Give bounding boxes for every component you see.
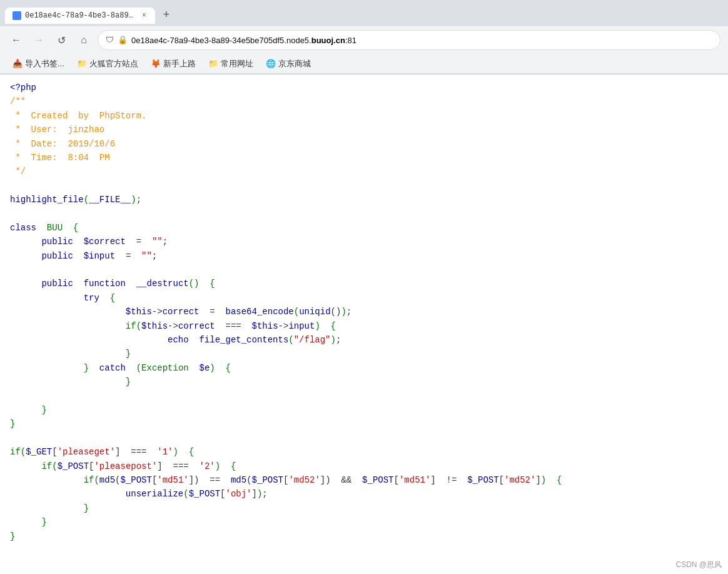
browser-chrome: 0e18ae4c-78a9-4be3-8a89-34e × + ← → ↺ ⌂ … [0, 0, 728, 74]
tab-favicon [13, 11, 21, 20]
address-after-bold: :81 [345, 36, 356, 45]
tab-title: 0e18ae4c-78a9-4be3-8a89-34e [25, 11, 137, 20]
code-area: <?php/** * Created by PhpStorm. * User: … [0, 74, 728, 574]
bookmark-item[interactable]: 📁火狐官方站点 [72, 57, 143, 71]
address-text: 0e18ae4c-78a9-4be3-8a89-34e5be705df5.nod… [131, 36, 356, 45]
bookmark-item[interactable]: 🌐京东商城 [261, 57, 316, 71]
bookmark-label: 导入书签... [25, 58, 64, 69]
bookmark-icon: 📁 [208, 59, 218, 68]
bookmark-label: 京东商城 [278, 58, 311, 69]
bookmarks-bar: 📥导入书签...📁火狐官方站点🦊新手上路📁常用网址🌐京东商城 [0, 54, 728, 74]
bookmark-label: 火狐官方站点 [89, 58, 138, 69]
bookmark-icon: 🌐 [266, 59, 276, 68]
new-tab-button[interactable]: + [158, 6, 175, 24]
forward-button[interactable]: → [30, 31, 48, 49]
bookmark-item[interactable]: 📥导入书签... [8, 57, 69, 71]
bookmark-item[interactable]: 📁常用网址 [203, 57, 258, 71]
shield-icon: 🛡 [106, 36, 114, 45]
tab-bar: 0e18ae4c-78a9-4be3-8a89-34e × + [0, 0, 728, 26]
watermark: CSDN @思风 [675, 560, 722, 570]
bookmark-icon: 📥 [13, 59, 23, 68]
bookmark-icon: 📁 [77, 59, 87, 68]
tab-close-button[interactable]: × [141, 11, 148, 20]
active-tab[interactable]: 0e18ae4c-78a9-4be3-8a89-34e × [5, 8, 155, 24]
reload-button[interactable]: ↺ [53, 31, 70, 49]
address-before-bold: 0e18ae4c-78a9-4be3-8a89-34e5be705df5.nod… [131, 36, 311, 45]
address-bar[interactable]: 🛡 🔒 0e18ae4c-78a9-4be3-8a89-34e5be705df5… [98, 30, 720, 50]
bookmark-item[interactable]: 🦊新手上路 [146, 57, 201, 71]
back-button[interactable]: ← [8, 31, 25, 49]
nav-bar: ← → ↺ ⌂ 🛡 🔒 0e18ae4c-78a9-4be3-8a89-34e5… [0, 26, 728, 54]
bookmark-icon: 🦊 [151, 59, 161, 68]
bookmark-label: 常用网址 [221, 58, 253, 69]
lock-icon: 🔒 [118, 35, 128, 45]
address-domain: buuoj.cn [311, 36, 345, 45]
home-button[interactable]: ⌂ [75, 31, 93, 49]
bookmark-label: 新手上路 [163, 58, 196, 69]
